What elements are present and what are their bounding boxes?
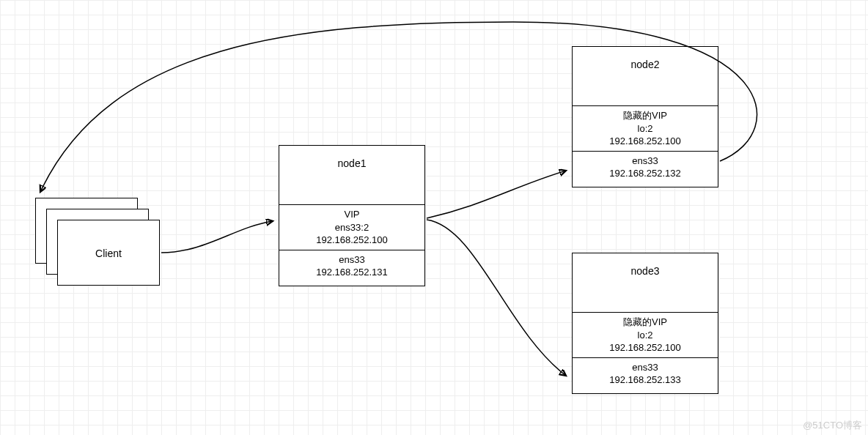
node2-box: node2 隐藏的VIP lo:2 192.168.252.100 ens33 … (572, 46, 718, 187)
node2-iface-section: ens33 192.168.252.132 (573, 151, 718, 183)
node2-vip-ip: 192.168.252.100 (574, 135, 716, 148)
node1-vip-iface: ens33:2 (281, 221, 423, 234)
node1-iface-section: ens33 192.168.252.131 (279, 250, 424, 282)
node1-vip-section: VIP ens33:2 192.168.252.100 (279, 204, 424, 250)
node1-vip-label: VIP (281, 208, 423, 221)
node1-title: node1 (279, 146, 424, 204)
client-label: Client (58, 220, 159, 286)
node1-vip-ip: 192.168.252.100 (281, 234, 423, 247)
watermark: @51CTO博客 (803, 419, 862, 432)
node3-box: node3 隐藏的VIP lo:2 192.168.252.100 ens33 … (572, 253, 718, 394)
client-card-front: Client (57, 220, 160, 286)
node1-iface: ens33 (281, 253, 423, 267)
node1-box: node1 VIP ens33:2 192.168.252.100 ens33 … (279, 145, 425, 286)
arrow-node1-to-node3 (427, 220, 566, 376)
node2-iface: ens33 (574, 155, 716, 168)
node3-vip-ip: 192.168.252.100 (574, 341, 716, 354)
node3-vip-label: 隐藏的VIP (574, 316, 716, 329)
node3-vip-section: 隐藏的VIP lo:2 192.168.252.100 (573, 312, 718, 357)
node1-ip: 192.168.252.131 (281, 266, 423, 279)
arrow-client-to-node1 (161, 221, 273, 253)
node2-vip-label: 隐藏的VIP (574, 109, 716, 122)
node3-vip-iface: lo:2 (574, 329, 716, 342)
arrow-node1-to-node2 (427, 171, 566, 218)
node2-vip-iface: lo:2 (574, 122, 716, 135)
node2-ip: 192.168.252.132 (574, 167, 716, 180)
diagram-canvas: Client node1 VIP ens33:2 192.168.252.100… (0, 0, 868, 435)
node2-vip-section: 隐藏的VIP lo:2 192.168.252.100 (573, 105, 718, 151)
node3-iface-section: ens33 192.168.252.133 (573, 357, 718, 390)
node3-iface: ens33 (574, 361, 716, 374)
node3-ip: 192.168.252.133 (574, 373, 716, 387)
node2-title: node2 (573, 47, 718, 105)
node3-title: node3 (573, 253, 718, 312)
